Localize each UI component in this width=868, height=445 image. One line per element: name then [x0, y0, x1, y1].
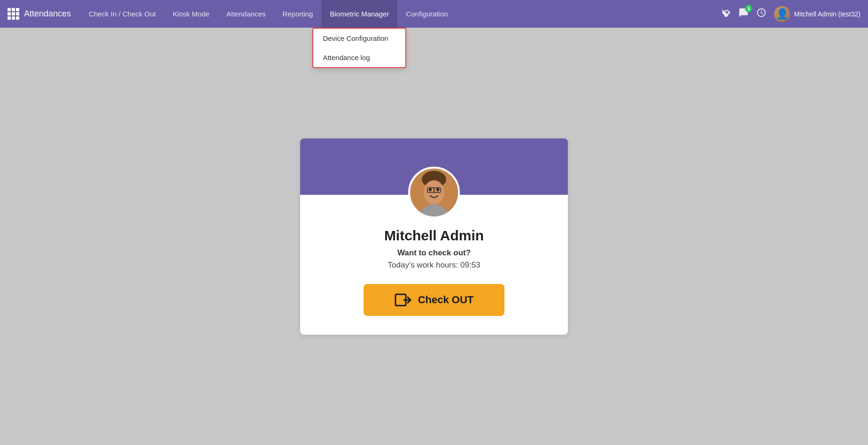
clock-icon[interactable]	[756, 8, 767, 20]
brand-label: Attendances	[24, 9, 71, 19]
avatar-image	[410, 169, 458, 216]
nav-item-reporting[interactable]: Reporting	[274, 0, 321, 28]
card-hours: Today's work hours: 09:53	[319, 261, 549, 270]
card-header	[300, 138, 568, 195]
dropdown-item-device-configuration[interactable]: Device Configuration	[313, 29, 405, 48]
user-name-label: Mitchell Admin (test32)	[794, 10, 860, 18]
nav-items: Check In / Check Out Kiosk Mode Attendan…	[80, 0, 721, 28]
checkout-label: Check OUT	[418, 294, 474, 306]
checkout-icon	[395, 292, 411, 307]
svg-point-4	[436, 188, 439, 191]
nav-item-check-in-out[interactable]: Check In / Check Out	[80, 0, 164, 28]
brand[interactable]: Attendances	[8, 8, 71, 20]
nav-item-biometric-manager[interactable]: Biometric Manager	[321, 0, 397, 28]
nav-right: 5 Mitchell Admin (test32)	[721, 6, 860, 22]
nav-item-biometric-manager-wrapper: Biometric Manager Device Configuration A…	[321, 0, 397, 28]
nav-item-attendances[interactable]: Attendances	[218, 0, 274, 28]
bug-icon[interactable]	[721, 8, 731, 20]
dropdown-item-attendance-log[interactable]: Attendance log	[313, 48, 405, 67]
card-subtitle: Want to check out?	[319, 248, 549, 258]
user-menu[interactable]: Mitchell Admin (test32)	[774, 6, 860, 22]
nav-item-kiosk-mode[interactable]: Kiosk Mode	[164, 0, 218, 28]
main-content: Mitchell Admin Want to check out? Today'…	[0, 28, 868, 445]
nav-item-configuration[interactable]: Configuration	[397, 0, 456, 28]
biometric-manager-dropdown: Device Configuration Attendance log	[312, 28, 406, 68]
user-card: Mitchell Admin Want to check out? Today'…	[300, 138, 568, 335]
navbar: Attendances Check In / Check Out Kiosk M…	[0, 0, 868, 28]
user-avatar	[774, 6, 790, 22]
card-avatar	[408, 167, 460, 218]
notification-badge: 5	[745, 5, 752, 12]
grid-icon	[8, 8, 19, 20]
svg-point-3	[429, 188, 432, 191]
chat-icon[interactable]: 5	[738, 8, 749, 20]
checkout-button[interactable]: Check OUT	[364, 284, 504, 316]
card-user-name: Mitchell Admin	[319, 228, 549, 244]
